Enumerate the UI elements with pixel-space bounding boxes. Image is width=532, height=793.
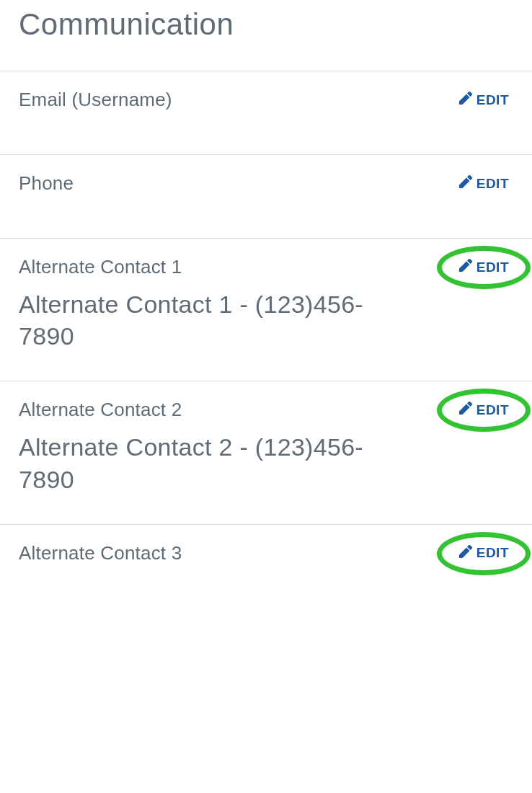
alt-contact-1-value: Alternate Contact 1 - (123)456-7890 xyxy=(19,288,365,352)
section-alt-contact-3: Alternate Contact 3 EDIT xyxy=(0,524,532,579)
pencil-icon xyxy=(459,175,472,192)
email-label: Email (Username) xyxy=(19,89,172,111)
section-phone: Phone EDIT xyxy=(0,154,532,238)
edit-label: EDIT xyxy=(476,92,509,108)
section-header: Email (Username) EDIT xyxy=(19,89,513,111)
section-header: Alternate Contact 3 EDIT xyxy=(19,542,513,564)
pencil-icon xyxy=(459,545,472,562)
edit-label: EDIT xyxy=(476,260,509,275)
section-alt-contact-1: Alternate Contact 1 Alternate Contact 1 … xyxy=(0,238,532,381)
alt-contact-2-label: Alternate Contact 2 xyxy=(19,399,365,421)
alt-contact-1-label: Alternate Contact 1 xyxy=(19,256,365,278)
edit-label: EDIT xyxy=(476,545,509,561)
edit-alt-contact-1-button[interactable]: EDIT xyxy=(455,256,513,278)
edit-phone-button[interactable]: EDIT xyxy=(455,172,513,195)
label-wrap: Email (Username) xyxy=(19,89,172,111)
section-alt-contact-2: Alternate Contact 2 Alternate Contact 2 … xyxy=(0,381,532,523)
edit-alt-contact-3-button[interactable]: EDIT xyxy=(455,542,513,564)
label-wrap: Alternate Contact 3 xyxy=(19,542,182,564)
section-header: Alternate Contact 2 Alternate Contact 2 … xyxy=(19,399,513,495)
label-wrap: Alternate Contact 2 Alternate Contact 2 … xyxy=(19,399,365,495)
communication-settings: Communication Email (Username) EDIT Phon… xyxy=(0,0,532,579)
section-header: Phone EDIT xyxy=(19,172,513,195)
pencil-icon xyxy=(459,92,472,108)
edit-label: EDIT xyxy=(476,176,509,192)
alt-contact-2-value: Alternate Contact 2 - (123)456-7890 xyxy=(19,431,365,495)
section-header: Alternate Contact 1 Alternate Contact 1 … xyxy=(19,256,513,352)
pencil-icon xyxy=(459,402,472,418)
page-title: Communication xyxy=(0,0,532,71)
edit-alt-contact-2-button[interactable]: EDIT xyxy=(455,399,513,421)
edit-label: EDIT xyxy=(476,402,509,418)
edit-email-button[interactable]: EDIT xyxy=(455,89,513,111)
alt-contact-3-label: Alternate Contact 3 xyxy=(19,542,182,564)
label-wrap: Phone xyxy=(19,172,74,195)
pencil-icon xyxy=(459,259,472,275)
label-wrap: Alternate Contact 1 Alternate Contact 1 … xyxy=(19,256,365,352)
section-email: Email (Username) EDIT xyxy=(0,71,532,154)
phone-label: Phone xyxy=(19,172,74,195)
